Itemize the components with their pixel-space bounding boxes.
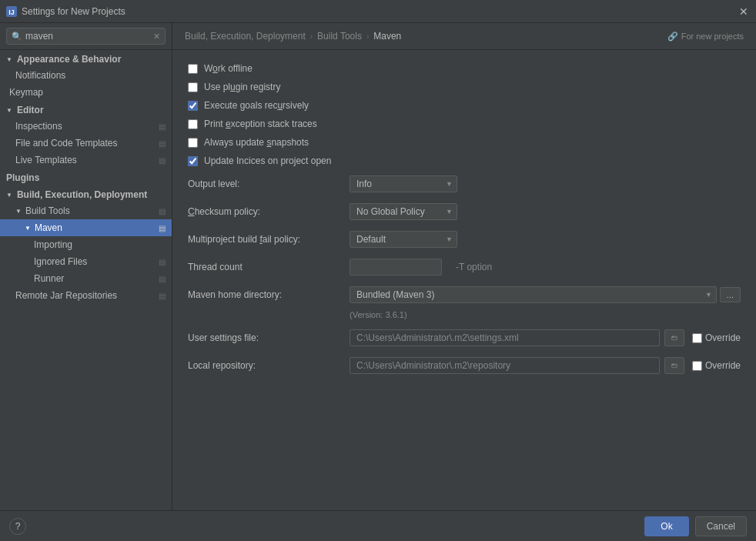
- print-exception-label: Print exception stack traces: [204, 119, 317, 129]
- ok-button[interactable]: Ok: [644, 516, 688, 536]
- sidebar-item-label: Importing: [34, 239, 72, 250]
- sidebar-item-label: Live Templates: [15, 155, 77, 165]
- user-settings-row: User settings file: Override: [188, 324, 741, 352]
- page-icon: ▤: [159, 207, 166, 215]
- user-settings-input[interactable]: [350, 329, 660, 346]
- checkbox-always-update: Always update snapshots: [188, 133, 741, 152]
- search-input[interactable]: [25, 31, 150, 42]
- local-repo-input-row: [350, 357, 684, 374]
- work-offline-checkbox[interactable]: [188, 64, 198, 74]
- sidebar-item-label: Maven: [35, 222, 62, 233]
- window-title: Settings for New Projects: [22, 6, 125, 17]
- maven-home-select[interactable]: Bundled (Maven 3): [350, 286, 717, 303]
- checksum-policy-label: Checksum policy:: [188, 206, 342, 217]
- sidebar-item-ignored-files[interactable]: Ignored Files ▤: [0, 253, 172, 270]
- use-plugin-registry-checkbox[interactable]: [188, 82, 198, 92]
- breadcrumb-part-2: Build Tools: [317, 31, 362, 42]
- multiproject-policy-select-wrap: Default Fail at End Never Fail Fail Fast…: [350, 231, 457, 248]
- maven-home-select-wrap: Bundled (Maven 3) ▼: [350, 286, 717, 303]
- sidebar-item-inspections[interactable]: Inspections ▤: [0, 118, 172, 135]
- breadcrumb: Build, Execution, Deployment › Build Too…: [172, 23, 756, 50]
- print-exception-checkbox[interactable]: [188, 119, 198, 129]
- use-plugin-registry-label: Use plugin registry: [204, 82, 280, 92]
- maven-home-wrap: Bundled (Maven 3) ▼ ...: [350, 286, 741, 303]
- sidebar-item-label: Editor: [17, 105, 44, 115]
- always-update-label: Always update snapshots: [204, 137, 309, 148]
- thread-count-input[interactable]: [350, 259, 442, 276]
- multiproject-policy-row: Multiproject build fail policy: Default …: [188, 225, 741, 253]
- checkbox-update-indices: Update Incices on project open: [188, 152, 741, 170]
- checkbox-work-offline: Work offline: [188, 59, 741, 78]
- close-button[interactable]: ✕: [738, 5, 750, 18]
- maven-home-label: Maven home directory:: [188, 289, 342, 300]
- output-level-label: Output level:: [188, 179, 342, 189]
- sidebar: 🔍 ✕ ▼ Appearance & Behavior Notification…: [0, 23, 172, 510]
- sidebar-item-appearance[interactable]: ▼ Appearance & Behavior: [0, 50, 172, 67]
- sidebar-item-label: Appearance & Behavior: [17, 54, 121, 65]
- user-settings-browse-button[interactable]: [664, 329, 684, 346]
- sidebar-item-build-execution[interactable]: ▼ Build, Execution, Deployment: [0, 185, 172, 202]
- bottom-right-buttons: Ok Cancel: [644, 516, 747, 536]
- checksum-policy-select[interactable]: No Global Policy Fail Warn Ignore: [350, 203, 457, 220]
- sidebar-item-label: Ignored Files: [34, 256, 87, 267]
- always-update-checkbox[interactable]: [188, 138, 198, 148]
- sidebar-item-importing[interactable]: Importing: [0, 236, 172, 253]
- breadcrumb-part-3: Maven: [373, 31, 401, 42]
- maven-home-browse-button[interactable]: ...: [720, 287, 741, 302]
- work-offline-label: Work offline: [204, 63, 253, 74]
- page-icon: ▤: [159, 275, 166, 283]
- update-indices-checkbox[interactable]: [188, 156, 198, 166]
- content-area: Build, Execution, Deployment › Build Too…: [172, 23, 756, 510]
- checkbox-use-plugin-registry: Use plugin registry: [188, 78, 741, 96]
- title-bar: IJ Settings for New Projects ✕: [0, 0, 756, 23]
- maven-version: (Version: 3.6.1): [188, 309, 741, 324]
- sidebar-item-notifications[interactable]: Notifications: [0, 67, 172, 84]
- sidebar-item-label: Notifications: [15, 70, 65, 81]
- breadcrumb-part-1: Build, Execution, Deployment: [185, 31, 306, 42]
- arrow-icon: ▼: [6, 192, 12, 199]
- thread-count-label: Thread count: [188, 262, 342, 272]
- local-repo-row: Local repository: Override: [188, 352, 741, 379]
- user-settings-input-row: [350, 329, 684, 346]
- search-input-wrap: 🔍 ✕: [6, 28, 166, 45]
- local-repo-override-wrap: Override: [692, 360, 741, 371]
- checksum-policy-row: Checksum policy: No Global Policy Fail W…: [188, 198, 741, 225]
- local-repo-override-label: Override: [705, 360, 741, 371]
- checkbox-print-exception: Print exception stack traces: [188, 115, 741, 133]
- local-repo-input[interactable]: [350, 357, 660, 374]
- t-option-label: -T option: [456, 262, 492, 272]
- local-repo-label: Local repository:: [188, 360, 342, 371]
- output-level-select[interactable]: Quiet Info Debug: [350, 175, 457, 192]
- user-settings-override-checkbox[interactable]: [692, 333, 702, 343]
- sidebar-item-keymap[interactable]: Keymap: [0, 84, 172, 101]
- search-box: 🔍 ✕: [0, 23, 172, 50]
- cancel-button[interactable]: Cancel: [695, 516, 747, 536]
- local-repo-browse-button[interactable]: [664, 357, 684, 374]
- sidebar-item-maven[interactable]: ▼ Maven ▤: [0, 219, 172, 236]
- search-icon: 🔍: [12, 32, 22, 42]
- svg-rect-3: [672, 336, 674, 337]
- user-settings-label: User settings file:: [188, 332, 342, 343]
- thread-count-row: Thread count -T option: [188, 253, 741, 281]
- svg-text:IJ: IJ: [8, 8, 15, 16]
- sidebar-item-build-tools[interactable]: ▼ Build Tools ▤: [0, 202, 172, 219]
- sidebar-item-remote-jar[interactable]: Remote Jar Repositories ▤: [0, 287, 172, 304]
- for-new-projects-label: For new projects: [681, 32, 744, 41]
- help-button[interactable]: ?: [9, 518, 26, 535]
- execute-goals-checkbox[interactable]: [188, 101, 198, 111]
- multiproject-policy-label: Multiproject build fail policy:: [188, 234, 342, 245]
- multiproject-policy-select[interactable]: Default Fail at End Never Fail Fail Fast: [350, 231, 457, 248]
- arrow-icon: ▼: [25, 225, 31, 232]
- sidebar-item-label: Build Tools: [25, 205, 70, 216]
- sidebar-item-runner[interactable]: Runner ▤: [0, 270, 172, 287]
- sidebar-item-plugins[interactable]: Plugins: [0, 169, 172, 185]
- bottom-bar: ? Ok Cancel: [0, 510, 756, 541]
- output-level-select-wrap: Quiet Info Debug ▼: [350, 175, 457, 192]
- title-bar-left: IJ Settings for New Projects: [6, 6, 125, 17]
- search-clear-icon[interactable]: ✕: [153, 32, 160, 42]
- arrow-icon: ▼: [6, 56, 12, 63]
- local-repo-override-checkbox[interactable]: [692, 361, 702, 371]
- sidebar-item-file-code-templates[interactable]: File and Code Templates ▤: [0, 135, 172, 152]
- sidebar-item-editor[interactable]: ▼ Editor: [0, 101, 172, 118]
- sidebar-item-live-templates[interactable]: Live Templates ▤: [0, 152, 172, 169]
